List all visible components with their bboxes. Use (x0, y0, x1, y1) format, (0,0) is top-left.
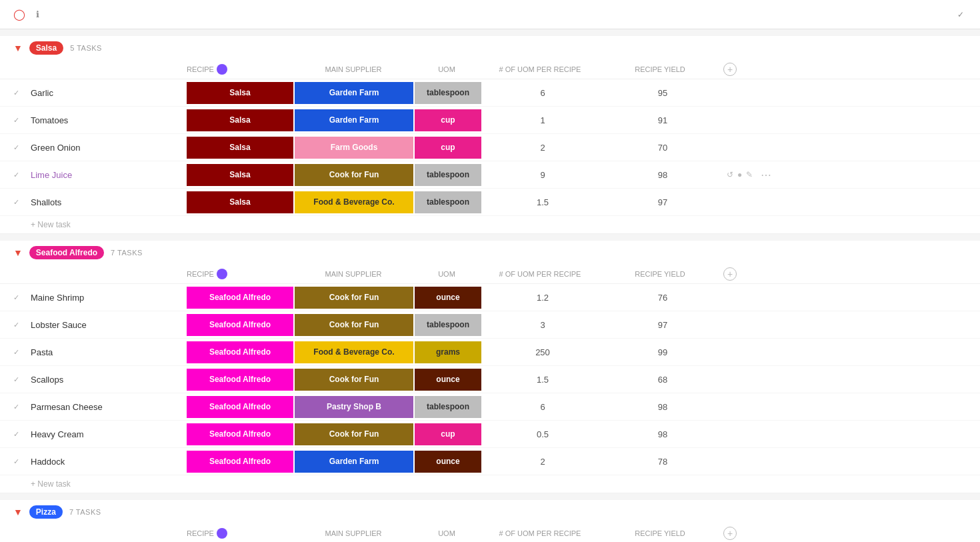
cell-recipe: Seafood Alfredo (187, 287, 293, 309)
cell-uom: tablespoon (415, 314, 481, 336)
cell-uom: tablespoon (415, 396, 481, 418)
cell-recipe: Salsa (187, 82, 293, 104)
task-cells: Seafood Alfredo Garden Farm ounce 2 78 (187, 451, 723, 473)
cell-supplier: Cook for Fun (295, 287, 413, 309)
task-checkbox[interactable]: ✓ (13, 293, 27, 302)
cell-yield: 68 (603, 375, 723, 385)
cell-recipe: Seafood Alfredo (187, 423, 293, 445)
table-row[interactable]: ✓ Scallops Seafood Alfredo Cook for Fun … (0, 366, 980, 393)
task-checkbox[interactable]: ✓ (13, 430, 27, 439)
cell-recipe: Salsa (187, 191, 293, 213)
cell-uom-num: 6 (483, 88, 603, 98)
cell-uom: ounce (415, 451, 481, 473)
group-seafood-alfredo: ▼ Seafood Alfredo 7 TASKS RECIPE MAIN SU… (0, 241, 980, 493)
table-row[interactable]: ✓ Tomatoes Salsa Garden Farm cup 1 91 (0, 107, 980, 134)
task-cells: Seafood Alfredo Cook for Fun cup 0.5 98 (187, 423, 723, 445)
cell-supplier: Food & Beverage Co. (295, 341, 413, 363)
table-row[interactable]: ✓ Shallots Salsa Food & Beverage Co. tab… (0, 189, 980, 216)
group-tag-salsa[interactable]: Salsa (29, 41, 63, 55)
task-cells: Salsa Garden Farm cup 1 91 (187, 109, 723, 131)
col-add-header[interactable]: + (720, 267, 740, 281)
cell-uom-num: 2 (483, 457, 603, 467)
back-icon[interactable]: ◯ (13, 8, 25, 21)
task-checkbox[interactable]: ✓ (13, 348, 27, 357)
task-cells: Seafood Alfredo Pastry Shop B tablespoon… (187, 396, 723, 418)
group-collapse-btn[interactable]: ▼ (13, 43, 23, 53)
cell-recipe: Salsa (187, 164, 293, 186)
cell-yield: 97 (603, 320, 723, 330)
table-row[interactable]: ✓ Lobster Sauce Seafood Alfredo Cook for… (0, 311, 980, 339)
cell-recipe: Seafood Alfredo (187, 396, 293, 418)
task-name: Lobster Sauce (27, 320, 187, 330)
cell-yield: 97 (603, 197, 723, 207)
cell-yield: 76 (603, 293, 723, 303)
group-tag-pizza[interactable]: Pizza (29, 505, 63, 519)
task-checkbox[interactable]: ✓ (13, 116, 27, 125)
col-add-header[interactable]: + (720, 63, 740, 76)
task-name: Pasta (27, 347, 187, 357)
table-row[interactable]: ✓ Lime Juice Salsa Cook for Fun tablespo… (0, 161, 980, 189)
task-checkbox[interactable]: ✓ (13, 457, 27, 466)
task-name: Green Onion (27, 143, 187, 153)
cell-uom: cup (415, 109, 481, 131)
task-checkbox[interactable]: ✓ (13, 89, 27, 97)
table-row[interactable]: ✓ Parmesan Cheese Seafood Alfredo Pastry… (0, 393, 980, 421)
table-row[interactable]: ✓ Garlic Salsa Garden Farm tablespoon 6 … (0, 79, 980, 107)
task-name: Scallops (27, 375, 187, 385)
link-icon[interactable]: ● (737, 170, 742, 179)
table-row[interactable]: ✓ Pasta Seafood Alfredo Food & Beverage … (0, 339, 980, 366)
cell-yield: 70 (603, 143, 723, 153)
cell-recipe: Salsa (187, 109, 293, 131)
cell-supplier: Cook for Fun (295, 369, 413, 391)
task-cells: Seafood Alfredo Food & Beverage Co. gram… (187, 341, 723, 363)
cell-yield: 78 (603, 457, 723, 467)
cell-recipe: Seafood Alfredo (187, 341, 293, 363)
group-tag-seafood-alfredo[interactable]: Seafood Alfredo (29, 246, 104, 259)
edit-icon[interactable]: ✎ (746, 170, 753, 179)
table-row[interactable]: ✓ Maine Shrimp Seafood Alfredo Cook for … (0, 284, 980, 311)
table-row[interactable]: ✓ Green Onion Salsa Farm Goods cup 2 70 (0, 134, 980, 161)
table-row[interactable]: ✓ Heavy Cream Seafood Alfredo Cook for F… (0, 421, 980, 448)
col-uom-header: UOM (413, 529, 480, 537)
dependency-icon[interactable]: ↺ (727, 170, 733, 179)
cell-uom-num: 250 (483, 347, 603, 357)
task-checkbox[interactable]: ✓ (13, 375, 27, 384)
group-task-count: 7 TASKS (111, 249, 143, 257)
col-uom-per-header: # OF UOM PER RECIPE (480, 270, 600, 278)
col-recipe-header: RECIPE (187, 269, 293, 279)
group-collapse-btn[interactable]: ▼ (13, 247, 23, 258)
task-checkbox[interactable]: ✓ (13, 143, 27, 152)
table-row[interactable]: ✓ Haddock Seafood Alfredo Garden Farm ou… (0, 448, 980, 475)
task-checkbox[interactable]: ✓ (13, 171, 27, 179)
cell-supplier: Cook for Fun (295, 314, 413, 336)
task-name: Maine Shrimp (27, 293, 187, 303)
group-task-count: 7 TASKS (69, 508, 101, 516)
cell-recipe: Seafood Alfredo (187, 369, 293, 391)
cell-uom-num: 0.5 (483, 429, 603, 439)
task-name: Tomatoes (27, 115, 187, 125)
task-checkbox[interactable]: ✓ (13, 198, 27, 207)
cell-uom: ounce (415, 369, 481, 391)
task-name: Garlic (27, 88, 187, 98)
col-uom-header: UOM (413, 270, 480, 278)
cell-uom: ounce (415, 287, 481, 309)
new-task-row[interactable]: + New task (0, 475, 980, 493)
task-checkbox[interactable]: ✓ (13, 403, 27, 411)
recipe-dot (217, 64, 227, 75)
more-options-icon[interactable]: ⋯ (761, 169, 771, 181)
cell-uom: grams (415, 341, 481, 363)
cell-supplier: Food & Beverage Co. (295, 191, 413, 213)
cell-uom-num: 1 (483, 115, 603, 125)
task-name: Heavy Cream (27, 429, 187, 439)
info-icon: ℹ (36, 9, 39, 19)
col-add-header[interactable]: + (720, 527, 740, 540)
task-cells: Salsa Farm Goods cup 2 70 (187, 137, 723, 159)
task-cells: Salsa Cook for Fun tablespoon 9 98 (187, 164, 723, 186)
group-collapse-btn[interactable]: ▼ (13, 507, 23, 517)
new-task-row[interactable]: + New task (0, 216, 980, 234)
show-closed-button[interactable]: ✓ (957, 10, 967, 19)
task-checkbox[interactable]: ✓ (13, 321, 27, 329)
cell-supplier: Garden Farm (295, 109, 413, 131)
task-cells: Seafood Alfredo Cook for Fun ounce 1.5 6… (187, 369, 723, 391)
task-cells: Salsa Food & Beverage Co. tablespoon 1.5… (187, 191, 723, 213)
